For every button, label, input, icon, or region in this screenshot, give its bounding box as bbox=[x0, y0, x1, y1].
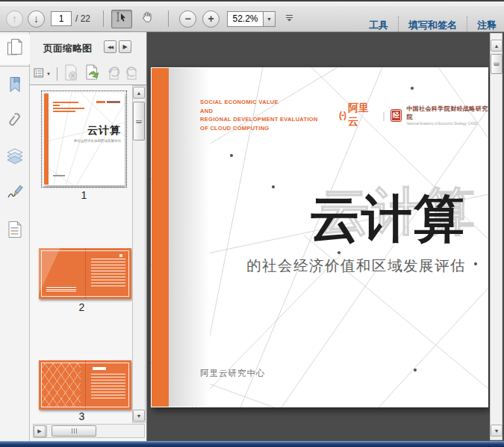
panel-title: 页面缩略图 bbox=[43, 42, 92, 55]
cover-footer: 阿里云研究中心 bbox=[200, 368, 266, 379]
bookmarks-tab[interactable] bbox=[0, 72, 30, 102]
mini-footer-logo bbox=[46, 287, 76, 293]
thumbnail-label-2: 2 bbox=[39, 301, 125, 313]
scrollbar-thumb[interactable] bbox=[133, 102, 145, 141]
toolbar-overflow-button[interactable] bbox=[284, 12, 294, 25]
thumbnail-page-1[interactable]: 云计算 的社会经济价值和区域发展评估 bbox=[41, 90, 127, 188]
scrollbar-thumb[interactable] bbox=[52, 425, 96, 437]
english-line: SOCIAL ECONOMIC VALUE bbox=[200, 98, 318, 107]
thumbnail-label-3: 3 bbox=[39, 410, 125, 422]
mini-cover-title: 云计算 bbox=[87, 124, 121, 138]
cover-orange-bar bbox=[152, 68, 169, 407]
cover-title: 云计算 bbox=[309, 185, 466, 253]
scroll-up-button[interactable]: ▲ bbox=[491, 40, 503, 52]
layers-tab[interactable] bbox=[0, 143, 30, 173]
seal-character: 经 bbox=[391, 110, 401, 121]
cass-seal-icon: 经 bbox=[391, 109, 402, 122]
mini-cover-subtitle: 的社会经济价值和区域发展评估 bbox=[74, 139, 121, 143]
comment-pane-button[interactable]: 注释 bbox=[477, 19, 497, 32]
mini-fold-line bbox=[85, 248, 86, 299]
mini-fold-line bbox=[85, 360, 86, 410]
zoom-level-combo: ▼ bbox=[227, 11, 276, 27]
scroll-up-button[interactable]: ▲ bbox=[133, 87, 145, 99]
right-arrow-icon: ▶ bbox=[122, 43, 127, 50]
page-number-input[interactable] bbox=[51, 11, 72, 26]
fill-sign-pane-button[interactable]: 填写和签名 bbox=[408, 19, 457, 32]
double-left-arrow-icon: ◀◀ bbox=[108, 44, 113, 49]
signatures-tab[interactable] bbox=[0, 179, 30, 209]
scroll-right-button[interactable]: ▶ bbox=[34, 425, 46, 437]
expand-panel-button[interactable]: ▶ bbox=[119, 40, 131, 53]
down-triangle-icon: ▼ bbox=[494, 428, 500, 434]
options-list-icon bbox=[34, 67, 45, 81]
down-triangle-icon: ▼ bbox=[137, 413, 142, 419]
cover-subtitle: 的社会经济价值和区域发展评估 bbox=[246, 256, 466, 276]
up-triangle-icon: ▲ bbox=[494, 43, 500, 49]
minus-icon: − bbox=[184, 13, 190, 25]
hand-tool-button[interactable] bbox=[137, 10, 158, 28]
thumbnail-options-button[interactable]: ▼ bbox=[34, 67, 51, 81]
collapse-panel-button[interactable]: ◀◀ bbox=[104, 40, 116, 53]
signature-icon bbox=[7, 185, 23, 204]
attachments-tab[interactable] bbox=[0, 107, 30, 137]
thumbnails-horizontal-scrollbar[interactable]: ◀ ▶ bbox=[33, 424, 145, 438]
rotate-right-button[interactable] bbox=[126, 64, 140, 84]
extract-page-icon bbox=[84, 64, 102, 84]
mini-heading-chip bbox=[93, 367, 106, 370]
thumbnails-vertical-scrollbar[interactable]: ▲ ▼ bbox=[132, 85, 146, 423]
tools-pane-button[interactable]: 工具 bbox=[369, 19, 388, 32]
plus-icon: + bbox=[208, 13, 214, 25]
chevron-down-icon: ▼ bbox=[267, 16, 272, 22]
page-total-label: / 22 bbox=[72, 13, 96, 24]
previous-page-button[interactable]: ↑ bbox=[6, 10, 23, 28]
mini-orange-bar bbox=[44, 93, 49, 185]
delete-page-icon bbox=[63, 64, 79, 84]
document-vertical-scrollbar[interactable]: ▲ ▼ bbox=[490, 33, 503, 440]
zoom-level-input[interactable] bbox=[227, 11, 263, 27]
navigation-icon-strip bbox=[0, 32, 30, 441]
rotate-page-icon bbox=[106, 64, 122, 84]
select-tool-button[interactable] bbox=[111, 10, 132, 28]
scroll-down-button[interactable]: ▼ bbox=[491, 425, 503, 437]
mini-text-stripes bbox=[91, 374, 125, 399]
scroll-down-button[interactable]: ▼ bbox=[133, 410, 145, 422]
page-thumbnails-tab[interactable] bbox=[0, 34, 30, 64]
page-thumbnails-icon bbox=[7, 38, 23, 61]
menubar-remnant bbox=[0, 0, 504, 6]
page-thumbnails-panel: 页面缩略图 ◀◀ ▶ bbox=[30, 32, 147, 441]
comments-list-icon bbox=[7, 221, 22, 241]
pane-separator bbox=[467, 16, 467, 34]
next-page-button[interactable]: ↓ bbox=[28, 10, 45, 28]
panel-toolbar-separator bbox=[57, 67, 57, 81]
scrollbar-thumb[interactable] bbox=[491, 54, 503, 74]
delete-pages-button[interactable] bbox=[63, 64, 79, 84]
bookmark-icon bbox=[7, 76, 22, 97]
thumbnail-page-2[interactable] bbox=[39, 248, 131, 299]
cass-chinese-name: 中国社会科学院财经战略研究院 bbox=[406, 105, 488, 121]
rotate-left-button[interactable] bbox=[106, 64, 122, 84]
thumb-grip bbox=[494, 63, 500, 65]
rotate-page-icon bbox=[126, 64, 140, 84]
english-line: OF CLOUD COMPUTING bbox=[200, 124, 318, 133]
paperclip-icon bbox=[6, 110, 24, 134]
extract-pages-button[interactable] bbox=[84, 64, 102, 84]
zoom-in-button[interactable]: + bbox=[202, 10, 220, 28]
alibaba-cloud-logo-text: 阿里云 bbox=[348, 102, 377, 129]
up-triangle-icon: ▲ bbox=[137, 90, 142, 96]
thumbnail-page-3[interactable] bbox=[39, 360, 131, 410]
toolbar-separator bbox=[103, 10, 104, 27]
layers-icon bbox=[7, 148, 23, 167]
mini-footer-text bbox=[53, 175, 65, 176]
thumbnail-label-1: 1 bbox=[41, 189, 127, 201]
cover-english-title: SOCIAL ECONOMIC VALUE AND REGIONAL DEVEL… bbox=[200, 98, 318, 132]
thumb-grip bbox=[136, 120, 142, 123]
taskbar-edge bbox=[0, 441, 504, 447]
cass-logo-text: 中国社会科学院财经战略研究院 National Academy of Econo… bbox=[406, 105, 488, 126]
document-view[interactable]: SOCIAL ECONOMIC VALUE AND REGIONAL DEVEL… bbox=[147, 32, 504, 441]
pane-separator bbox=[398, 16, 399, 34]
english-line: REGIONAL DEVELOPMENT EVALUATION bbox=[200, 115, 318, 124]
comments-tab[interactable] bbox=[0, 216, 30, 246]
panel-header: 页面缩略图 ◀◀ ▶ bbox=[30, 32, 146, 64]
zoom-out-button[interactable]: − bbox=[179, 10, 196, 28]
zoom-dropdown-button[interactable]: ▼ bbox=[263, 11, 276, 27]
